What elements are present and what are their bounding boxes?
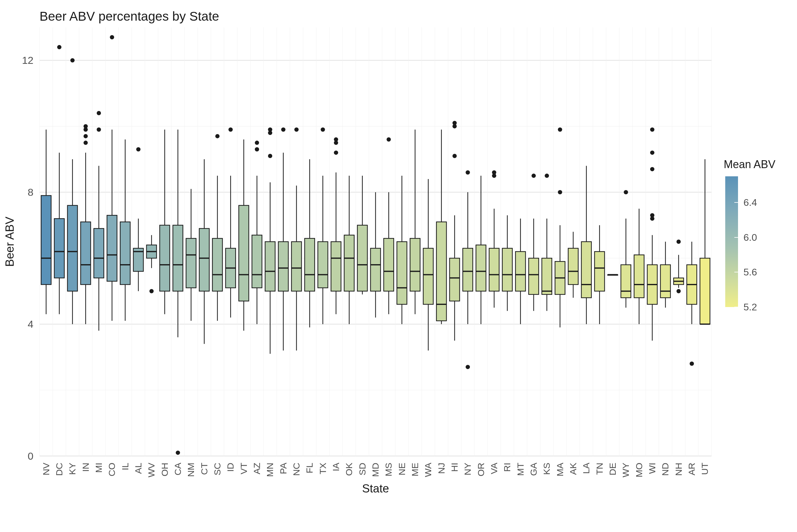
svg-rect-177 — [436, 222, 447, 321]
x-tick-WV: WV — [146, 463, 156, 477]
x-tick-TX: TX — [318, 463, 328, 474]
svg-rect-161 — [371, 248, 381, 291]
x-tick-NE: NE — [397, 463, 407, 475]
x-tick-ND: ND — [660, 463, 670, 476]
legend-title: Mean ABV — [724, 158, 775, 171]
x-tick-AL: AL — [133, 463, 143, 474]
x-tick-SC: SC — [212, 463, 222, 475]
svg-rect-120 — [239, 206, 249, 301]
x-tick-MN: MN — [265, 463, 275, 477]
x-tick-ME: ME — [410, 463, 420, 476]
svg-rect-112 — [212, 238, 223, 291]
x-tick-IL: IL — [120, 463, 130, 470]
x-tick-NH: NH — [673, 463, 684, 476]
svg-point-75 — [83, 124, 88, 128]
x-tick-FL: FL — [304, 463, 315, 473]
svg-point-82 — [97, 111, 101, 115]
x-tick-TN: TN — [594, 463, 605, 475]
svg-rect-138 — [291, 242, 302, 291]
x-tick-WY: WY — [621, 463, 631, 477]
svg-point-251 — [677, 240, 681, 244]
svg-rect-202 — [515, 252, 526, 291]
x-tick-LA: LA — [581, 463, 591, 474]
x-tick-KS: KS — [542, 463, 552, 475]
svg-rect-234 — [634, 255, 644, 298]
x-tick-NY: NY — [462, 463, 473, 475]
svg-rect-123 — [252, 235, 262, 288]
x-tick-NC: NC — [291, 463, 301, 476]
legend-tick: 6.0 — [743, 232, 757, 243]
svg-rect-61 — [41, 195, 51, 285]
svg-rect-84 — [107, 215, 117, 281]
svg-rect-218 — [568, 248, 578, 285]
x-tick-GA: GA — [529, 463, 538, 476]
x-tick-AZ: AZ — [252, 463, 262, 474]
svg-rect-230 — [621, 265, 631, 298]
svg-point-242 — [650, 151, 654, 155]
svg-point-114 — [215, 134, 220, 138]
svg-rect-174 — [423, 248, 433, 304]
x-tick-VT: VT — [239, 463, 249, 474]
svg-point-125 — [255, 147, 259, 151]
svg-rect-205 — [529, 258, 539, 294]
x-tick-UT: UT — [700, 463, 710, 475]
svg-point-166 — [386, 137, 391, 142]
svg-point-215 — [558, 190, 562, 194]
svg-rect-106 — [186, 238, 196, 288]
svg-rect-155 — [344, 235, 354, 291]
svg-rect-191 — [476, 245, 486, 291]
y-axis-label: Beer ABV — [3, 216, 16, 267]
svg-rect-245 — [661, 265, 670, 298]
svg-point-184 — [453, 121, 457, 125]
svg-point-66 — [57, 45, 61, 49]
svg-point-188 — [466, 170, 470, 174]
svg-point-140 — [295, 127, 299, 132]
x-tick-CT: CT — [199, 463, 209, 475]
svg-point-97 — [149, 289, 154, 293]
x-tick-OH: OH — [160, 463, 170, 476]
svg-rect-134 — [278, 242, 288, 291]
x-tick-PA: PA — [278, 463, 288, 474]
svg-point-211 — [545, 174, 549, 178]
svg-point-86 — [110, 35, 114, 39]
x-tick-SD: SD — [357, 463, 367, 475]
legend-tick: 5.2 — [743, 302, 757, 313]
svg-rect-88 — [120, 222, 130, 285]
svg-rect-149 — [331, 242, 341, 291]
svg-rect-79 — [94, 229, 104, 278]
svg-point-126 — [255, 141, 259, 145]
svg-rect-68 — [68, 206, 78, 291]
svg-point-197 — [492, 174, 496, 178]
svg-point-81 — [97, 127, 101, 132]
svg-rect-64 — [54, 218, 64, 278]
y-tick: 12 — [22, 54, 34, 66]
svg-rect-224 — [594, 252, 605, 291]
svg-point-255 — [690, 361, 694, 366]
y-tick: 4 — [28, 318, 34, 330]
svg-point-104 — [176, 451, 180, 455]
x-tick-RI: RI — [502, 463, 512, 472]
x-tick-OK: OK — [344, 463, 354, 476]
x-tick-AR: AR — [687, 463, 697, 475]
x-tick-CO: CO — [107, 463, 117, 476]
svg-point-152 — [334, 137, 338, 142]
x-tick-ID: ID — [225, 463, 235, 472]
x-tick-IA: IA — [331, 463, 341, 471]
x-tick-WI: WI — [647, 463, 657, 474]
x-tick-AK: AK — [568, 463, 578, 475]
x-tick-MO: MO — [634, 463, 644, 477]
x-tick-DE: DE — [608, 463, 618, 475]
chart-title: Beer ABV percentages by State — [40, 9, 219, 24]
svg-rect-221 — [582, 242, 591, 298]
x-tick-NM: NM — [186, 463, 196, 477]
svg-point-131 — [268, 131, 272, 135]
svg-rect-158 — [357, 225, 367, 291]
svg-point-136 — [281, 127, 286, 132]
x-tick-MA: MA — [555, 463, 565, 476]
x-tick-OR: OR — [476, 463, 486, 476]
svg-rect-72 — [80, 222, 91, 285]
x-tick-MT: MT — [515, 463, 526, 476]
svg-point-132 — [268, 154, 272, 158]
legend-tick: 5.6 — [743, 267, 757, 278]
svg-point-243 — [650, 127, 654, 132]
